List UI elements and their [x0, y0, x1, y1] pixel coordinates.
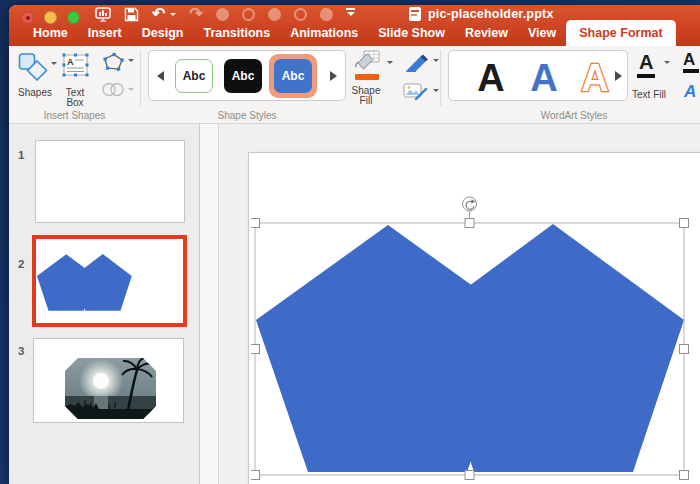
wordart-gallery: A A A — [448, 50, 628, 101]
thumb-pentagon-right — [74, 254, 132, 311]
merge-shapes-icon — [101, 82, 125, 97]
shape-style-swatch-3-selected[interactable]: Abc — [274, 59, 312, 93]
slide-thumbnail-panel: 1 2 3 — [9, 124, 200, 484]
gallery-prev-arrow[interactable] — [157, 71, 164, 81]
shape-styles-group-label: Shape Styles — [148, 110, 346, 121]
resize-handle-middle-right[interactable] — [680, 345, 689, 354]
shape-fill-color-bar — [355, 74, 379, 80]
tab-design[interactable]: Design — [132, 21, 194, 46]
clipped-ribbon-buttons: A A — [683, 50, 700, 106]
disabled-toolbar-icon — [294, 8, 307, 21]
text-fill-dropdown-arrow[interactable] — [664, 61, 670, 67]
paint-bucket-icon[interactable] — [354, 50, 381, 73]
merge-shapes-dropdown-arrow — [128, 88, 134, 94]
disabled-toolbar-icon — [216, 8, 229, 21]
resize-handle-top-left[interactable] — [251, 219, 260, 228]
group-divider — [440, 50, 441, 106]
tab-animations[interactable]: Animations — [280, 21, 368, 46]
tab-slide-show[interactable]: Slide Show — [368, 21, 455, 46]
ribbon: Shapes A Text Box — [9, 46, 700, 124]
tab-shape-format[interactable]: Shape Format — [566, 20, 675, 46]
text-outline-icon[interactable]: A — [683, 50, 695, 70]
shape-style-swatch-1[interactable]: Abc — [175, 59, 213, 93]
text-box-icon-letter: A — [67, 57, 74, 67]
slide-thumbnail-1[interactable] — [35, 140, 185, 223]
ribbon-tab-bar: Home Insert Design Transitions Animation… — [23, 20, 676, 46]
resize-handle-bottom-left[interactable] — [251, 471, 260, 480]
shapes-icon[interactable] — [18, 50, 48, 81]
pptx-file-icon — [409, 7, 421, 21]
shape-style-gallery: Abc Abc Abc — [148, 50, 346, 101]
wordart-style-blue[interactable]: A — [530, 57, 557, 99]
resize-handle-top-right[interactable] — [680, 219, 689, 228]
shape-effects-icon[interactable] — [403, 83, 429, 101]
slide-number-1: 1 — [18, 149, 24, 161]
text-fill-icon[interactable]: A — [639, 52, 653, 72]
shape-style-swatch-selection-ring: Abc — [269, 54, 317, 98]
wordart-styles-group-label: WordArt Styles — [448, 110, 700, 121]
title-bar: ↶ ↷ pic-placeholder.pptx Home Insert Des… — [9, 5, 700, 46]
window-title: pic-placeholder.pptx — [428, 7, 554, 21]
tab-transitions[interactable]: Transitions — [193, 21, 280, 46]
slide-canvas — [220, 124, 700, 484]
undo-dropdown-arrow[interactable] — [170, 13, 176, 19]
powerpoint-window: ↶ ↷ pic-placeholder.pptx Home Insert Des… — [9, 5, 700, 484]
edit-points-icon[interactable] — [101, 52, 125, 72]
shapes-dropdown-arrow[interactable] — [51, 62, 57, 68]
resize-handle-bottom-middle[interactable] — [465, 471, 474, 480]
beach-photo — [65, 358, 156, 419]
slide-thumbnail-3[interactable] — [33, 338, 184, 423]
shape-outline-dropdown-arrow[interactable] — [433, 59, 439, 65]
shape-fill-dropdown-arrow[interactable] — [387, 61, 393, 67]
shape-fill-button[interactable]: Shape Fill — [343, 86, 389, 106]
text-fill-color-bar — [637, 74, 655, 78]
wordart-style-orange-outline[interactable]: A — [581, 57, 608, 99]
text-box-icon[interactable]: A — [62, 52, 89, 79]
shape-style-swatch-2[interactable]: Abc — [224, 59, 262, 93]
tab-review[interactable]: Review — [455, 21, 518, 46]
shape-effects-dropdown-arrow[interactable] — [433, 89, 439, 95]
slide-number-3: 3 — [18, 345, 24, 357]
text-box-button[interactable]: Text Box — [56, 88, 94, 108]
selected-shape-group — [251, 190, 700, 480]
text-outline-color-bar — [683, 69, 699, 73]
tab-home[interactable]: Home — [23, 21, 78, 46]
panel-splitter[interactable] — [201, 124, 219, 484]
slide-number-2: 2 — [18, 258, 24, 270]
tab-insert[interactable]: Insert — [78, 21, 132, 46]
shape-fill-label-line2: Fill — [343, 96, 389, 106]
text-fill-button[interactable]: Text Fill — [621, 90, 677, 100]
gallery-next-arrow[interactable] — [615, 71, 622, 81]
gallery-next-arrow[interactable] — [330, 71, 337, 81]
edit-shape-dropdown-arrow[interactable] — [128, 59, 134, 65]
resize-handle-middle-left[interactable] — [251, 345, 260, 354]
group-divider — [140, 50, 141, 106]
text-effects-icon[interactable]: A — [684, 82, 696, 102]
main-area: 1 2 3 — [9, 124, 700, 484]
wordart-style-black[interactable]: A — [477, 57, 504, 99]
slide-thumbnail-2-selected[interactable] — [32, 235, 187, 327]
tab-view[interactable]: View — [518, 21, 566, 46]
resize-handle-top-middle[interactable] — [465, 219, 474, 228]
insert-shapes-group-label: Insert Shapes — [9, 110, 140, 121]
shapes-button[interactable]: Shapes — [9, 88, 61, 98]
thumbnail-pentagon-shapes — [37, 254, 132, 311]
disabled-toolbar-icon — [268, 8, 281, 21]
toolbar-overflow-button[interactable] — [346, 8, 356, 20]
resize-handle-bottom-right[interactable] — [680, 471, 689, 480]
text-box-label-line2: Box — [56, 98, 94, 108]
disabled-toolbar-icon — [242, 8, 255, 21]
pentagon-shape-right[interactable] — [423, 224, 684, 472]
desktop-background: { "titlebar": { "title": "pic-placeholde… — [0, 0, 700, 484]
shape-outline-pencil-icon[interactable] — [405, 54, 429, 72]
